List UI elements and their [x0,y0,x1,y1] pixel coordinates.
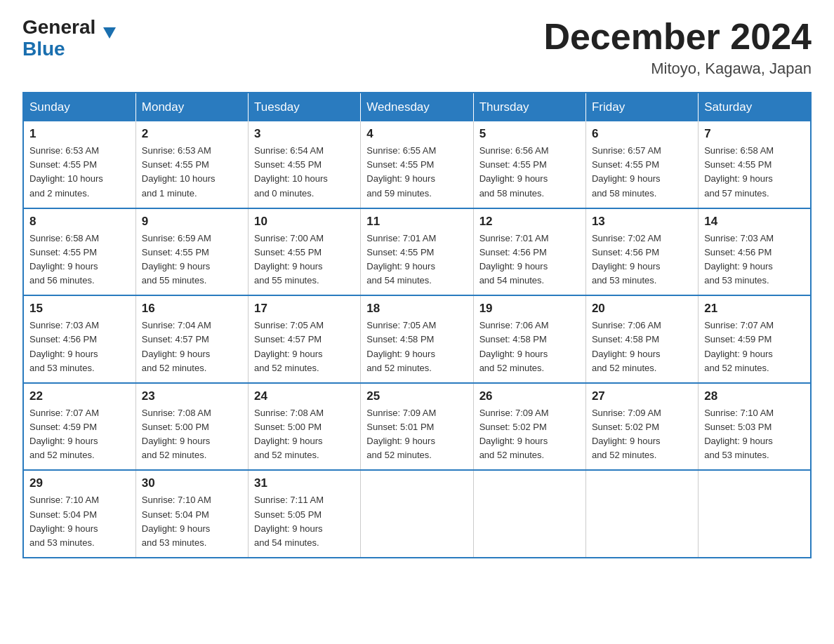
day-info: Sunrise: 7:06 AMSunset: 4:58 PMDaylight:… [479,318,580,375]
day-info: Sunrise: 7:01 AMSunset: 4:56 PMDaylight:… [479,232,580,288]
day-info: Sunrise: 6:59 AMSunset: 4:55 PMDaylight:… [142,232,242,288]
day-number: 31 [254,476,355,490]
table-row [699,470,811,558]
day-number: 8 [29,215,130,229]
logo: General Blue [22,17,103,60]
col-thursday: Thursday [473,93,585,121]
calendar-week-row: 1Sunrise: 6:53 AMSunset: 4:55 PMDaylight… [23,121,811,208]
day-info: Sunrise: 6:56 AMSunset: 4:55 PMDaylight:… [479,144,580,201]
day-info: Sunrise: 7:05 AMSunset: 4:57 PMDaylight:… [254,318,355,375]
table-row: 10Sunrise: 7:00 AMSunset: 4:55 PMDayligh… [249,208,361,296]
day-number: 20 [592,302,692,316]
day-number: 3 [254,127,355,141]
day-number: 29 [29,476,130,490]
day-number: 15 [29,302,130,316]
table-row: 29Sunrise: 7:10 AMSunset: 5:04 PMDayligh… [23,470,135,558]
day-number: 7 [704,127,805,141]
table-row: 18Sunrise: 7:05 AMSunset: 4:58 PMDayligh… [361,295,473,383]
day-info: Sunrise: 7:09 AMSunset: 5:02 PMDaylight:… [479,406,580,463]
day-number: 11 [366,215,467,229]
table-row: 2Sunrise: 6:53 AMSunset: 4:55 PMDaylight… [135,121,248,208]
day-info: Sunrise: 7:03 AMSunset: 4:56 PMDaylight:… [704,232,805,288]
day-number: 10 [254,215,355,229]
table-row: 22Sunrise: 7:07 AMSunset: 4:59 PMDayligh… [23,383,135,471]
table-row: 14Sunrise: 7:03 AMSunset: 4:56 PMDayligh… [699,208,811,296]
calendar-week-row: 15Sunrise: 7:03 AMSunset: 4:56 PMDayligh… [23,295,811,383]
day-info: Sunrise: 6:57 AMSunset: 4:55 PMDaylight:… [592,144,692,201]
day-info: Sunrise: 7:01 AMSunset: 4:55 PMDaylight:… [366,232,467,288]
table-row: 31Sunrise: 7:11 AMSunset: 5:05 PMDayligh… [249,470,361,558]
table-row: 15Sunrise: 7:03 AMSunset: 4:56 PMDayligh… [23,295,135,383]
day-number: 26 [479,389,580,403]
table-row: 12Sunrise: 7:01 AMSunset: 4:56 PMDayligh… [473,208,585,296]
day-number: 12 [479,215,580,229]
table-row: 25Sunrise: 7:09 AMSunset: 5:01 PMDayligh… [361,383,473,471]
day-info: Sunrise: 7:07 AMSunset: 4:59 PMDaylight:… [704,318,805,375]
calendar-week-row: 22Sunrise: 7:07 AMSunset: 4:59 PMDayligh… [23,383,811,471]
day-info: Sunrise: 6:54 AMSunset: 4:55 PMDaylight:… [254,144,355,201]
table-row: 27Sunrise: 7:09 AMSunset: 5:02 PMDayligh… [585,383,698,471]
table-row: 9Sunrise: 6:59 AMSunset: 4:55 PMDaylight… [135,208,248,296]
table-row: 28Sunrise: 7:10 AMSunset: 5:03 PMDayligh… [699,383,811,471]
day-number: 1 [29,127,130,141]
table-row [473,470,585,558]
day-number: 18 [366,302,467,316]
table-row: 30Sunrise: 7:10 AMSunset: 5:04 PMDayligh… [135,470,248,558]
logo-arrow-icon [103,27,116,39]
page-header: General Blue December 2024 Mitoyo, Kagaw… [22,17,812,78]
day-info: Sunrise: 6:53 AMSunset: 4:55 PMDaylight:… [142,144,242,201]
table-row: 24Sunrise: 7:08 AMSunset: 5:00 PMDayligh… [249,383,361,471]
table-row: 26Sunrise: 7:09 AMSunset: 5:02 PMDayligh… [473,383,585,471]
day-number: 17 [254,302,355,316]
day-number: 4 [366,127,467,141]
table-row: 3Sunrise: 6:54 AMSunset: 4:55 PMDaylight… [249,121,361,208]
day-info: Sunrise: 7:02 AMSunset: 4:56 PMDaylight:… [592,232,692,288]
day-number: 9 [142,215,242,229]
day-info: Sunrise: 7:09 AMSunset: 5:02 PMDaylight:… [592,406,692,463]
day-number: 2 [142,127,242,141]
day-info: Sunrise: 7:10 AMSunset: 5:03 PMDaylight:… [704,406,805,463]
day-info: Sunrise: 7:08 AMSunset: 5:00 PMDaylight:… [254,406,355,463]
day-number: 22 [29,389,130,403]
day-number: 25 [366,389,467,403]
table-row [585,470,698,558]
day-number: 24 [254,389,355,403]
day-number: 19 [479,302,580,316]
calendar-header-row: Sunday Monday Tuesday Wednesday Thursday… [23,93,811,121]
day-info: Sunrise: 6:55 AMSunset: 4:55 PMDaylight:… [366,144,467,201]
table-row: 6Sunrise: 6:57 AMSunset: 4:55 PMDaylight… [585,121,698,208]
day-info: Sunrise: 7:08 AMSunset: 5:00 PMDaylight:… [142,406,242,463]
day-number: 13 [592,215,692,229]
col-saturday: Saturday [699,93,811,121]
day-number: 14 [704,215,805,229]
day-info: Sunrise: 6:58 AMSunset: 4:55 PMDaylight:… [704,144,805,201]
day-number: 23 [142,389,242,403]
table-row: 8Sunrise: 6:58 AMSunset: 4:55 PMDaylight… [23,208,135,296]
table-row: 13Sunrise: 7:02 AMSunset: 4:56 PMDayligh… [585,208,698,296]
day-number: 27 [592,389,692,403]
day-number: 6 [592,127,692,141]
day-info: Sunrise: 7:09 AMSunset: 5:01 PMDaylight:… [366,406,467,463]
table-row: 5Sunrise: 6:56 AMSunset: 4:55 PMDaylight… [473,121,585,208]
table-row: 4Sunrise: 6:55 AMSunset: 4:55 PMDaylight… [361,121,473,208]
day-info: Sunrise: 7:10 AMSunset: 5:04 PMDaylight:… [142,493,242,550]
col-wednesday: Wednesday [361,93,473,121]
col-sunday: Sunday [23,93,135,121]
calendar-week-row: 29Sunrise: 7:10 AMSunset: 5:04 PMDayligh… [23,470,811,558]
svg-marker-0 [103,27,116,39]
col-friday: Friday [585,93,698,121]
table-row: 19Sunrise: 7:06 AMSunset: 4:58 PMDayligh… [473,295,585,383]
calendar-table: Sunday Monday Tuesday Wednesday Thursday… [22,92,812,558]
day-number: 28 [704,389,805,403]
table-row [361,470,473,558]
day-number: 16 [142,302,242,316]
calendar-week-row: 8Sunrise: 6:58 AMSunset: 4:55 PMDaylight… [23,208,811,296]
day-number: 21 [704,302,805,316]
day-info: Sunrise: 7:00 AMSunset: 4:55 PMDaylight:… [254,232,355,288]
table-row: 17Sunrise: 7:05 AMSunset: 4:57 PMDayligh… [249,295,361,383]
table-row: 20Sunrise: 7:06 AMSunset: 4:58 PMDayligh… [585,295,698,383]
day-info: Sunrise: 7:05 AMSunset: 4:58 PMDaylight:… [366,318,467,375]
day-info: Sunrise: 7:10 AMSunset: 5:04 PMDaylight:… [29,493,130,550]
table-row: 1Sunrise: 6:53 AMSunset: 4:55 PMDaylight… [23,121,135,208]
day-number: 30 [142,476,242,490]
